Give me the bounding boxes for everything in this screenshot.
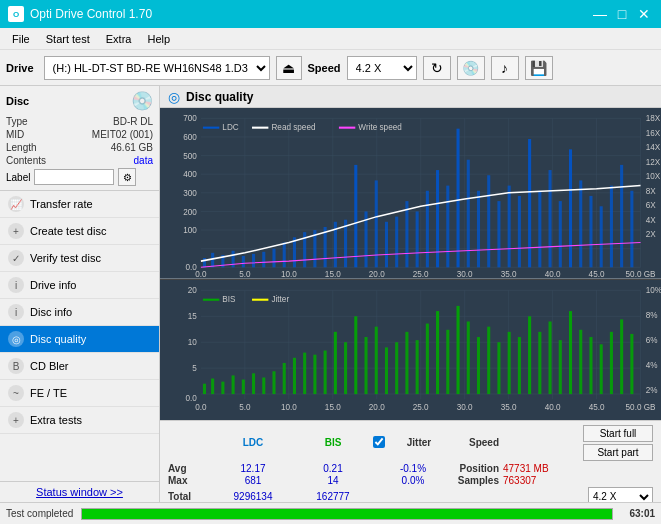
svg-rect-91	[203, 127, 219, 129]
burn-button[interactable]: 💿	[457, 56, 485, 80]
sidebar-item-fe-te[interactable]: ~ FE / TE	[0, 380, 159, 407]
menu-help[interactable]: Help	[139, 31, 178, 47]
svg-text:8%: 8%	[646, 311, 658, 320]
bottom-speed-select[interactable]: 4.2 X	[588, 487, 653, 502]
svg-rect-128	[354, 316, 357, 394]
svg-rect-21	[211, 253, 214, 267]
menu-start-test[interactable]: Start test	[38, 31, 98, 47]
svg-text:600: 600	[183, 133, 197, 142]
svg-rect-141	[487, 326, 490, 393]
sidebar-item-create-test-disc[interactable]: + Create test disc	[0, 218, 159, 245]
menu-extra[interactable]: Extra	[98, 31, 140, 47]
svg-text:18X: 18X	[646, 114, 661, 123]
status-text: Test completed	[6, 508, 73, 519]
svg-rect-177	[203, 298, 219, 300]
svg-text:2X: 2X	[646, 230, 657, 239]
max-jitter: 0.0%	[373, 475, 453, 486]
disc-type-label: Type	[6, 116, 28, 127]
disc-mid-label: MID	[6, 129, 24, 140]
sidebar-item-extra-tests[interactable]: + Extra tests	[0, 407, 159, 434]
sidebar-item-disc-quality-label: Disc quality	[30, 333, 86, 345]
svg-rect-144	[518, 337, 521, 394]
menu-file[interactable]: File	[4, 31, 38, 47]
avg-bis: 0.21	[293, 463, 373, 474]
disc-label-button[interactable]: ⚙	[118, 168, 136, 186]
start-part-button[interactable]: Start part	[583, 444, 653, 461]
sidebar-item-cd-bler[interactable]: B CD Bler	[0, 353, 159, 380]
svg-text:5.0: 5.0	[239, 270, 251, 279]
svg-rect-143	[508, 332, 511, 394]
cd-bler-icon: B	[8, 358, 24, 374]
eject-button[interactable]: ⏏	[276, 56, 302, 80]
svg-rect-44	[446, 186, 449, 268]
audio-button[interactable]: ♪	[491, 56, 519, 80]
disc-mid-value: MEIT02 (001)	[92, 129, 153, 140]
svg-text:Write speed: Write speed	[358, 123, 402, 132]
svg-rect-117	[242, 379, 245, 394]
drive-toolbar: Drive (H:) HL-DT-ST BD-RE WH16NS48 1.D3 …	[0, 50, 661, 86]
svg-text:700: 700	[183, 114, 197, 123]
svg-rect-28	[283, 242, 286, 267]
sidebar-item-verify-test-disc-label: Verify test disc	[30, 252, 101, 264]
svg-text:12X: 12X	[646, 158, 661, 167]
svg-text:200: 200	[183, 208, 197, 217]
svg-text:10: 10	[188, 338, 198, 347]
status-window-button[interactable]: Status window >>	[0, 481, 159, 502]
svg-rect-154	[620, 319, 623, 394]
minimize-button[interactable]: —	[591, 5, 609, 23]
sidebar-item-disc-info-label: Disc info	[30, 306, 72, 318]
svg-rect-39	[395, 217, 398, 268]
progress-bar	[81, 508, 613, 520]
svg-rect-147	[549, 321, 552, 394]
svg-rect-115	[221, 381, 224, 393]
svg-rect-59	[600, 206, 603, 267]
close-button[interactable]: ✕	[635, 5, 653, 23]
svg-rect-149	[569, 311, 572, 394]
sidebar-item-drive-info[interactable]: i Drive info	[0, 272, 159, 299]
svg-rect-114	[211, 378, 214, 394]
disc-contents-value: data	[134, 155, 153, 166]
svg-text:30.0: 30.0	[457, 402, 473, 411]
svg-rect-62	[630, 191, 633, 268]
svg-rect-47	[477, 191, 480, 268]
sidebar-item-verify-test-disc[interactable]: ✓ Verify test disc	[0, 245, 159, 272]
svg-text:10X: 10X	[646, 172, 661, 181]
svg-text:6X: 6X	[646, 201, 657, 210]
disc-quality-header-icon: ◎	[168, 89, 180, 105]
speed-label: Speed	[308, 62, 341, 74]
svg-rect-49	[497, 201, 500, 267]
svg-text:40.0: 40.0	[545, 270, 561, 279]
svg-rect-50	[508, 186, 511, 268]
jitter-checkbox[interactable]	[373, 436, 385, 448]
maximize-button[interactable]: □	[613, 5, 631, 23]
refresh-button[interactable]: ↻	[423, 56, 451, 80]
svg-rect-153	[610, 332, 613, 394]
svg-text:15: 15	[188, 312, 198, 321]
svg-rect-48	[487, 175, 490, 267]
svg-rect-95	[339, 127, 355, 129]
svg-text:20.0: 20.0	[369, 270, 385, 279]
svg-rect-54	[549, 170, 552, 267]
save-button[interactable]: 💾	[525, 56, 553, 80]
svg-rect-152	[600, 344, 603, 394]
speed-select[interactable]: 4.2 X	[347, 56, 417, 80]
svg-rect-61	[620, 165, 623, 267]
disc-label-input[interactable]	[34, 169, 114, 185]
svg-rect-53	[538, 191, 541, 268]
svg-rect-27	[272, 249, 275, 268]
sidebar-item-transfer-rate[interactable]: 📈 Transfer rate	[0, 191, 159, 218]
ldc-header: LDC	[213, 437, 293, 448]
disc-section: Disc 💿 Type BD-R DL MID MEIT02 (001) Len…	[0, 86, 159, 191]
title-bar: O Opti Drive Control 1.70 — □ ✕	[0, 0, 661, 28]
speed-header: Speed	[453, 437, 503, 448]
sidebar-item-disc-info[interactable]: i Disc info	[0, 299, 159, 326]
svg-rect-57	[579, 180, 582, 267]
disc-type-row: Type BD-R DL	[6, 116, 153, 127]
stats-panel: LDC BIS Jitter Speed Start full Start pa…	[160, 420, 661, 502]
drive-select[interactable]: (H:) HL-DT-ST BD-RE WH16NS48 1.D3	[44, 56, 270, 80]
start-full-button[interactable]: Start full	[583, 425, 653, 442]
sidebar-item-extra-tests-label: Extra tests	[30, 414, 82, 426]
svg-rect-126	[334, 332, 337, 394]
svg-rect-60	[610, 186, 613, 268]
sidebar-item-disc-quality[interactable]: ◎ Disc quality	[0, 326, 159, 353]
